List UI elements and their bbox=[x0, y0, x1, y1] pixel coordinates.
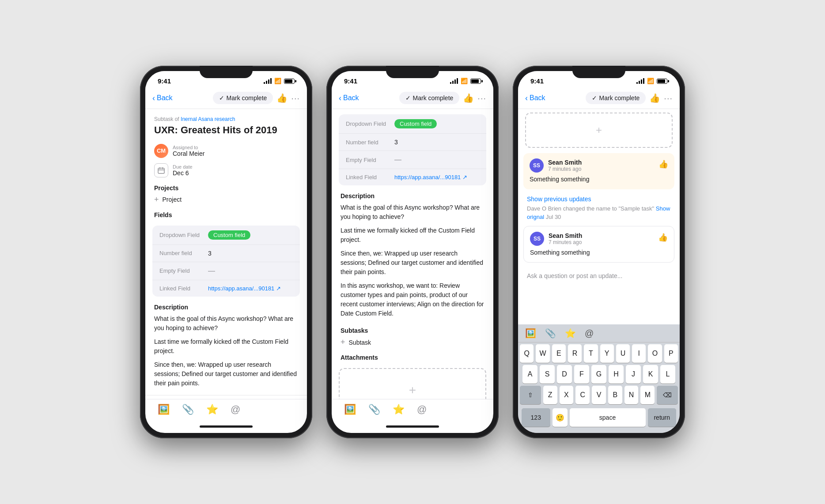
key-l[interactable]: L bbox=[660, 365, 675, 384]
field-value-linked-1[interactable]: https://app.asana/...90181 ↗ bbox=[208, 285, 281, 292]
add-subtask-row-2[interactable]: + Subtask bbox=[341, 338, 484, 347]
mark-complete-button-1[interactable]: ✓ Mark complete bbox=[213, 92, 273, 104]
more-icon-2[interactable]: ··· bbox=[477, 93, 486, 103]
key-b[interactable]: B bbox=[608, 386, 622, 404]
key-n[interactable]: N bbox=[624, 386, 639, 404]
key-e[interactable]: E bbox=[552, 344, 566, 363]
kb-emoji-key[interactable]: 🙂 bbox=[553, 408, 568, 427]
desc-p2-1: Last time we formally kicked off the Cus… bbox=[154, 337, 298, 356]
mark-complete-label-3: Mark complete bbox=[599, 94, 640, 102]
attachments-area-2[interactable]: + bbox=[339, 368, 486, 399]
key-t[interactable]: T bbox=[584, 344, 598, 363]
back-button-3[interactable]: ‹ Back bbox=[525, 94, 545, 103]
thumbs-icon-2[interactable]: 👍 bbox=[463, 93, 474, 103]
due-row-1: Due date Dec 6 bbox=[154, 163, 298, 177]
mention-icon-1[interactable]: @ bbox=[231, 404, 240, 415]
comment-name-2-3: Sean Smith bbox=[549, 232, 582, 239]
key-v[interactable]: V bbox=[592, 386, 606, 404]
field-row-number-1: Number field 3 bbox=[152, 245, 300, 262]
comment-card-1-3: SS Sean Smith 7 minutes ago 👍 Something … bbox=[523, 153, 674, 189]
field-value-dropdown-1[interactable]: Custom field bbox=[208, 230, 250, 240]
comment-avatar-2-3: SS bbox=[530, 232, 544, 246]
comment-header-1-3: SS Sean Smith 7 minutes ago bbox=[530, 158, 668, 173]
attach-icon-2[interactable]: 🖼️ bbox=[344, 404, 356, 415]
back-button-2[interactable]: ‹ Back bbox=[339, 94, 359, 103]
key-o[interactable]: O bbox=[648, 344, 662, 363]
key-123[interactable]: 123 bbox=[522, 408, 550, 427]
key-c[interactable]: C bbox=[575, 386, 590, 404]
field-value-dropdown-2[interactable]: Custom field bbox=[394, 119, 437, 128]
description-label-1: Description bbox=[154, 304, 298, 311]
key-z[interactable]: Z bbox=[543, 386, 557, 404]
back-button-1[interactable]: ‹ Back bbox=[152, 94, 173, 103]
mark-complete-label-2: Mark complete bbox=[413, 94, 454, 102]
key-delete[interactable]: ⌫ bbox=[657, 386, 678, 404]
field-value-empty-2: — bbox=[394, 156, 401, 164]
key-k[interactable]: K bbox=[643, 365, 658, 384]
key-q[interactable]: Q bbox=[520, 344, 534, 363]
key-f[interactable]: F bbox=[574, 365, 589, 384]
kb-star-icon-3[interactable]: ⭐ bbox=[565, 328, 576, 339]
key-h[interactable]: H bbox=[609, 365, 624, 384]
key-d[interactable]: D bbox=[557, 365, 572, 384]
phone-screen-1: 9:41 📶 ‹ Back ✓ Mark complete 👍 ··· bbox=[145, 71, 307, 433]
key-x[interactable]: X bbox=[560, 386, 574, 404]
key-i[interactable]: I bbox=[632, 344, 646, 363]
attachments-label-2: Attachments bbox=[341, 354, 484, 361]
field-row-empty-2: Empty Field — bbox=[339, 151, 486, 169]
due-label-1: Due date bbox=[173, 164, 193, 169]
thumbs-icon-1[interactable]: 👍 bbox=[276, 93, 288, 103]
key-s[interactable]: S bbox=[540, 365, 555, 384]
field-label-number-2: Number field bbox=[346, 139, 394, 146]
kb-row-1-3: Q W E R T Y U I O P bbox=[520, 344, 678, 363]
attach-area-top-3[interactable]: + bbox=[525, 113, 673, 148]
desc-p3-1: Since then, we: Wrapped up user research… bbox=[154, 360, 298, 388]
kb-attach-icon-3[interactable]: 📎 bbox=[545, 328, 556, 339]
comment-input-1[interactable]: Ask a question or post an update... bbox=[145, 395, 307, 399]
key-return[interactable]: return bbox=[648, 408, 677, 427]
field-value-linked-2[interactable]: https://app.asana/...90181 ↗ bbox=[394, 174, 467, 181]
comment-input-3[interactable]: Ask a question or post an update... bbox=[518, 267, 680, 285]
key-shift[interactable]: ⇧ bbox=[520, 386, 541, 404]
comment-thumb-2-3[interactable]: 👍 bbox=[658, 233, 668, 242]
more-icon-1[interactable]: ··· bbox=[291, 93, 300, 103]
assigned-info-1: Assigned to Coral Meier bbox=[173, 145, 204, 157]
key-j[interactable]: J bbox=[626, 365, 641, 384]
mention-icon-2[interactable]: @ bbox=[417, 404, 427, 415]
star-icon-1[interactable]: ⭐ bbox=[206, 404, 218, 415]
subtask-link-1[interactable]: Inernal Asana research bbox=[181, 116, 235, 122]
kb-image-icon-3[interactable]: 🖼️ bbox=[525, 328, 536, 339]
battery-icon-2 bbox=[470, 79, 481, 84]
key-r[interactable]: R bbox=[568, 344, 582, 363]
key-g[interactable]: G bbox=[591, 365, 606, 384]
key-m[interactable]: M bbox=[640, 386, 655, 404]
attach-icon-1[interactable]: 🖼️ bbox=[158, 404, 170, 415]
more-icon-3[interactable]: ··· bbox=[664, 93, 673, 103]
desc-p2-2: Last time we formally kicked off the Cus… bbox=[341, 226, 484, 244]
paperclip-icon-1[interactable]: 📎 bbox=[182, 404, 194, 415]
mark-complete-button-3[interactable]: ✓ Mark complete bbox=[586, 92, 646, 104]
key-p[interactable]: P bbox=[664, 344, 678, 363]
assigned-row-1: CM Assigned to Coral Meier bbox=[154, 144, 298, 158]
key-space[interactable]: space bbox=[570, 408, 646, 427]
key-y[interactable]: Y bbox=[600, 344, 614, 363]
key-w[interactable]: W bbox=[536, 344, 549, 363]
key-a[interactable]: A bbox=[522, 365, 537, 384]
add-project-row-1[interactable]: + Project bbox=[154, 195, 298, 204]
phone-screen-3: 9:41 📶 ‹ Back ✓ Mark complete 👍 ··· bbox=[518, 71, 680, 433]
paperclip-icon-2[interactable]: 📎 bbox=[368, 404, 380, 415]
external-link-icon-1: ↗ bbox=[276, 285, 281, 292]
show-prev-link-3[interactable]: Show previous updates bbox=[527, 194, 671, 204]
back-chevron-1: ‹ bbox=[152, 94, 155, 103]
back-chevron-2: ‹ bbox=[339, 94, 341, 103]
task-meta-1: Subtask of Inernal Asana research UXR: G… bbox=[145, 109, 307, 177]
kb-mention-icon-3[interactable]: @ bbox=[585, 328, 594, 339]
star-icon-2[interactable]: ⭐ bbox=[393, 404, 405, 415]
mark-complete-button-2[interactable]: ✓ Mark complete bbox=[399, 92, 460, 104]
thumbs-icon-3[interactable]: 👍 bbox=[649, 93, 660, 103]
comment-thumb-1-3[interactable]: 👍 bbox=[658, 159, 668, 169]
field-value-empty-1: — bbox=[208, 267, 215, 275]
signal-icon-3 bbox=[636, 78, 644, 84]
avatar-1: CM bbox=[154, 144, 168, 158]
key-u[interactable]: U bbox=[616, 344, 630, 363]
